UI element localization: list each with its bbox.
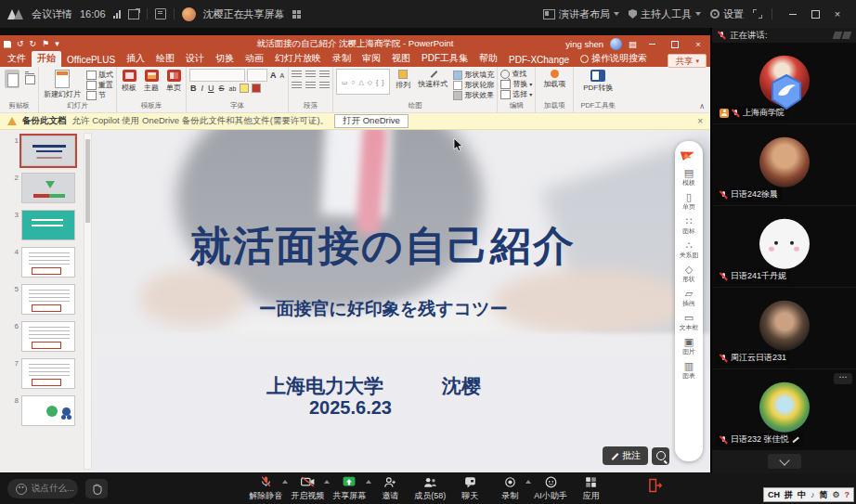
- highlight-color-button[interactable]: [240, 84, 249, 93]
- chat-button[interactable]: 聊天: [454, 475, 486, 502]
- ppt-share-button[interactable]: 共享▾: [668, 54, 707, 68]
- undo-icon[interactable]: ↺: [17, 40, 24, 48]
- align-left-icon[interactable]: [292, 82, 302, 90]
- ime-simplified[interactable]: 简: [819, 489, 827, 501]
- save-icon[interactable]: [4, 41, 11, 48]
- underline-button[interactable]: U: [207, 84, 215, 93]
- bullets-icon[interactable]: [292, 71, 302, 79]
- ai-assistant-button[interactable]: AI小助手: [534, 475, 567, 502]
- chevron-icon[interactable]: [282, 480, 288, 484]
- plugin-logo-icon[interactable]: [681, 148, 696, 161]
- char-spacing-icon[interactable]: ab: [228, 85, 238, 92]
- ime-settings[interactable]: ⚙: [832, 490, 839, 499]
- collapse-ribbon-icon[interactable]: ∧: [694, 102, 710, 112]
- tab-officeplus[interactable]: OfficePLUS: [61, 54, 121, 67]
- tab-help[interactable]: 帮助: [473, 51, 503, 67]
- ime-sound[interactable]: ♪: [811, 490, 815, 499]
- unmute-button[interactable]: 解除静音: [249, 475, 282, 502]
- leave-meeting-button[interactable]: [647, 478, 662, 497]
- ribbon-display-icon[interactable]: ▤: [629, 39, 637, 49]
- account-avatar[interactable]: [610, 38, 622, 50]
- shape-effects-button[interactable]: 形状效果: [453, 91, 494, 100]
- participant-tile[interactable]: 上海商学院: [712, 43, 856, 123]
- speaker-layout-button[interactable]: 演讲者布局: [543, 7, 619, 21]
- magnifier-button[interactable]: [652, 447, 669, 465]
- ime-language-bar[interactable]: CH 拼 中 ♪ 简 ⚙ ?: [763, 487, 854, 502]
- tab-view[interactable]: 视图: [386, 51, 416, 67]
- close-button[interactable]: ×: [826, 0, 849, 28]
- plugin-item-illustration[interactable]: ▱插画: [681, 289, 696, 307]
- participant-tile[interactable]: 周江云日语231: [712, 288, 856, 368]
- replace-button[interactable]: 替换 ▾: [500, 80, 532, 89]
- indent-icon[interactable]: [319, 71, 330, 79]
- fullscreen-icon[interactable]: [753, 9, 762, 19]
- pdf-convert-button[interactable]: PDF转换: [581, 69, 615, 94]
- strikethrough-button[interactable]: S: [218, 84, 226, 93]
- template-button[interactable]: 模板: [120, 69, 138, 94]
- chevron-icon[interactable]: [366, 480, 371, 484]
- slide-thumbnail-6[interactable]: [21, 321, 75, 352]
- ime-pinyin[interactable]: 拼: [785, 489, 793, 501]
- redo-icon[interactable]: ↻: [30, 40, 37, 48]
- scroll-participants-button[interactable]: [768, 454, 801, 469]
- slide-thumbnail-1[interactable]: [21, 136, 75, 166]
- ppt-maximize-button[interactable]: [667, 35, 683, 53]
- share-screen-button[interactable]: 共享屏幕: [332, 475, 366, 502]
- slide-thumbnail-2[interactable]: [21, 173, 75, 203]
- select-button[interactable]: 选择 ▾: [500, 90, 532, 99]
- record-indicator-icon[interactable]: [155, 8, 166, 19]
- tab-transitions[interactable]: 切换: [210, 51, 240, 67]
- chevron-icon[interactable]: [525, 480, 531, 484]
- plugin-item-icons[interactable]: ∷图标: [681, 216, 696, 235]
- plugin-item-shapes[interactable]: ◇形状: [681, 265, 696, 283]
- font-color-button[interactable]: [252, 84, 261, 93]
- font-name-box[interactable]: [189, 69, 245, 82]
- tab-home[interactable]: 开始: [32, 51, 61, 67]
- ppt-close-button[interactable]: ×: [690, 35, 707, 53]
- align-center-icon[interactable]: [305, 82, 316, 90]
- tab-insert[interactable]: 插入: [121, 51, 150, 67]
- theme-button[interactable]: 主题: [142, 69, 161, 94]
- slide-thumbnail-8[interactable]: [21, 395, 75, 426]
- notice-close-icon[interactable]: ×: [697, 116, 703, 126]
- numbering-icon[interactable]: [305, 71, 316, 79]
- settings-button[interactable]: 设置: [710, 7, 744, 21]
- bold-button[interactable]: B: [189, 84, 198, 93]
- open-onedrive-button[interactable]: 打开 OneDrive: [334, 114, 409, 128]
- open-in-new-icon[interactable]: [128, 9, 139, 19]
- ime-lang[interactable]: CH: [768, 490, 780, 499]
- annotate-button[interactable]: 批注: [603, 446, 648, 465]
- ime-help[interactable]: ?: [845, 490, 850, 499]
- quick-styles-button[interactable]: 快速样式: [416, 69, 449, 90]
- paste-button[interactable]: [3, 69, 21, 89]
- invite-button[interactable]: 邀请: [374, 475, 406, 502]
- align-right-icon[interactable]: [319, 82, 330, 90]
- cut-icon[interactable]: [25, 71, 34, 74]
- plugin-item-template[interactable]: ▤模板: [681, 168, 696, 187]
- slide-thumbnail-4[interactable]: [21, 247, 75, 278]
- arrange-button[interactable]: 排列: [394, 69, 412, 91]
- sharing-options-icon[interactable]: [292, 10, 301, 19]
- find-button[interactable]: 查找: [500, 70, 526, 79]
- italic-button[interactable]: I: [201, 84, 205, 93]
- tab-slideshow[interactable]: 幻灯片放映: [269, 51, 327, 67]
- meeting-details-button[interactable]: 会议详情: [32, 7, 72, 21]
- chevron-icon[interactable]: [324, 480, 330, 484]
- tab-animations[interactable]: 动画: [240, 51, 269, 67]
- ppt-minimize-button[interactable]: [643, 35, 660, 53]
- new-slide-button[interactable]: 新建幻灯片: [42, 69, 83, 100]
- start-video-button[interactable]: 开启视频: [291, 475, 324, 502]
- shape-outline-button[interactable]: 形状轮廓: [453, 81, 494, 90]
- plugin-item-relation[interactable]: ∴关系图: [678, 240, 700, 259]
- ime-mode[interactable]: 中: [798, 489, 806, 501]
- plugin-item-picture[interactable]: ▣图片: [681, 337, 696, 355]
- minimize-button[interactable]: [782, 0, 804, 28]
- apps-button[interactable]: 应用: [576, 475, 607, 502]
- plugin-item-chart[interactable]: ▥图表: [681, 361, 696, 380]
- participant-tile[interactable]: 日语241千丹妮: [712, 206, 856, 287]
- tab-review[interactable]: 审阅: [357, 51, 386, 67]
- layout-button[interactable]: 版式: [86, 71, 113, 80]
- copy-icon[interactable]: [25, 75, 35, 84]
- slide-thumbnail-5[interactable]: [21, 284, 75, 315]
- maximize-button[interactable]: [804, 0, 826, 28]
